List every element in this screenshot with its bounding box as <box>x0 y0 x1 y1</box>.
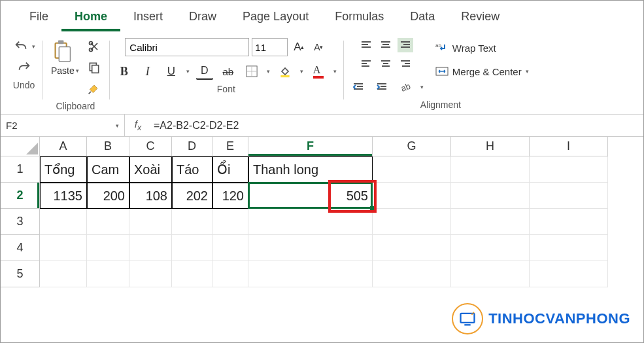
orientation-button[interactable]: ab <box>397 79 414 96</box>
tab-data[interactable]: Data <box>397 6 448 31</box>
cell-G1[interactable] <box>373 156 451 183</box>
align-top-right[interactable] <box>398 38 413 52</box>
double-underline-button[interactable]: D <box>196 63 213 80</box>
undo-dropdown-icon[interactable] <box>32 43 35 50</box>
format-painter-button[interactable] <box>86 80 103 97</box>
cell-E1[interactable]: Ổi <box>212 156 248 183</box>
wrap-text-button[interactable]: ab Wrap Text <box>433 41 499 55</box>
row-header-1[interactable]: 1 <box>1 156 40 183</box>
col-header-D[interactable]: D <box>172 137 212 156</box>
align-right[interactable] <box>398 56 413 71</box>
increase-font-icon[interactable]: A▴ <box>290 39 307 56</box>
tab-insert[interactable]: Insert <box>120 6 176 31</box>
name-box[interactable]: F2 <box>1 115 125 136</box>
cell-I3[interactable] <box>530 209 608 235</box>
col-header-B[interactable]: B <box>87 137 129 156</box>
col-header-I[interactable]: I <box>530 137 608 156</box>
cell-I5[interactable] <box>530 261 608 287</box>
row-header-4[interactable]: 4 <box>1 235 40 261</box>
strike-button[interactable]: ab <box>220 63 237 80</box>
tab-page-layout[interactable]: Page Layout <box>229 6 322 31</box>
redo-button[interactable] <box>16 59 33 76</box>
cell-G3[interactable] <box>373 209 451 235</box>
tab-file[interactable]: File <box>16 6 61 31</box>
col-header-A[interactable]: A <box>40 137 87 156</box>
paste-button[interactable]: Paste <box>48 38 82 77</box>
cell-D1[interactable]: Táo <box>172 156 212 183</box>
merge-center-button[interactable]: Merge & Center <box>433 64 532 79</box>
cell-C5[interactable] <box>129 261 172 287</box>
cell-E4[interactable] <box>212 235 248 261</box>
align-top-left[interactable] <box>358 38 374 52</box>
cell-C4[interactable] <box>129 235 172 261</box>
row-header-3[interactable]: 3 <box>1 209 40 235</box>
select-all-triangle[interactable] <box>1 137 40 156</box>
font-size-select[interactable] <box>252 38 288 56</box>
cell-C2[interactable]: 108 <box>129 183 172 209</box>
cell-A4[interactable] <box>40 235 87 261</box>
undo-button[interactable] <box>12 38 29 55</box>
cell-G2[interactable] <box>373 183 451 209</box>
decrease-font-icon[interactable]: A▾ <box>310 39 327 56</box>
col-header-H[interactable]: H <box>451 137 530 156</box>
align-left[interactable] <box>358 56 374 71</box>
col-header-C[interactable]: C <box>129 137 172 156</box>
increase-indent-button[interactable] <box>373 79 390 96</box>
font-color-button[interactable]: A <box>310 63 327 80</box>
font-name-select[interactable] <box>125 38 249 56</box>
cell-H3[interactable] <box>451 209 530 235</box>
tab-draw[interactable]: Draw <box>176 6 229 31</box>
row-header-5[interactable]: 5 <box>1 261 40 287</box>
cell-E3[interactable] <box>212 209 248 235</box>
cell-F1[interactable]: Thanh long <box>248 156 373 183</box>
cell-F5[interactable] <box>248 261 373 287</box>
cell-B5[interactable] <box>87 261 129 287</box>
tab-formulas[interactable]: Formulas <box>322 6 397 31</box>
italic-button[interactable]: I <box>139 63 156 80</box>
cell-E2[interactable]: 120 <box>212 183 248 209</box>
cell-D4[interactable] <box>172 235 212 261</box>
tab-home[interactable]: Home <box>61 6 120 31</box>
col-header-F[interactable]: F <box>248 137 373 156</box>
cell-B2[interactable]: 200 <box>87 183 129 209</box>
tab-review[interactable]: Review <box>448 6 513 31</box>
fill-color-button[interactable] <box>277 63 294 80</box>
row-header-2[interactable]: 2 <box>1 183 40 209</box>
col-header-G[interactable]: G <box>373 137 451 156</box>
cell-G5[interactable] <box>373 261 451 287</box>
decrease-indent-button[interactable] <box>350 79 367 96</box>
cell-H1[interactable] <box>451 156 530 183</box>
formula-input[interactable]: =A2-B2-C2-D2-E2 <box>151 120 239 132</box>
cell-H2[interactable] <box>451 183 530 209</box>
cell-C3[interactable] <box>129 209 172 235</box>
cell-G4[interactable] <box>373 235 451 261</box>
cell-E5[interactable] <box>212 261 248 287</box>
cell-D5[interactable] <box>172 261 212 287</box>
borders-button[interactable] <box>243 63 260 80</box>
align-top-center[interactable] <box>378 38 394 52</box>
cell-D3[interactable] <box>172 209 212 235</box>
cell-F2[interactable]: 505 <box>248 183 373 209</box>
underline-button[interactable]: U <box>163 63 180 80</box>
cell-C1[interactable]: Xoài <box>129 156 172 183</box>
cell-A1[interactable]: Tổng <box>40 156 87 183</box>
cell-A2[interactable]: 1135 <box>40 183 87 209</box>
cell-F4[interactable] <box>248 235 373 261</box>
cell-A3[interactable] <box>40 209 87 235</box>
copy-button[interactable] <box>86 59 103 76</box>
cell-I2[interactable] <box>530 183 608 209</box>
fx-icon[interactable]: fx <box>125 118 151 132</box>
cell-B1[interactable]: Cam <box>87 156 129 183</box>
cell-B4[interactable] <box>87 235 129 261</box>
cell-A5[interactable] <box>40 261 87 287</box>
cell-H4[interactable] <box>451 235 530 261</box>
cell-I1[interactable] <box>530 156 608 183</box>
cut-button[interactable] <box>86 38 103 55</box>
align-center[interactable] <box>378 56 394 71</box>
cell-B3[interactable] <box>87 209 129 235</box>
col-header-E[interactable]: E <box>212 137 248 156</box>
cell-D2[interactable]: 202 <box>172 183 212 209</box>
bold-button[interactable]: B <box>116 63 133 80</box>
cell-F3[interactable] <box>248 209 373 235</box>
cell-H5[interactable] <box>451 261 530 287</box>
